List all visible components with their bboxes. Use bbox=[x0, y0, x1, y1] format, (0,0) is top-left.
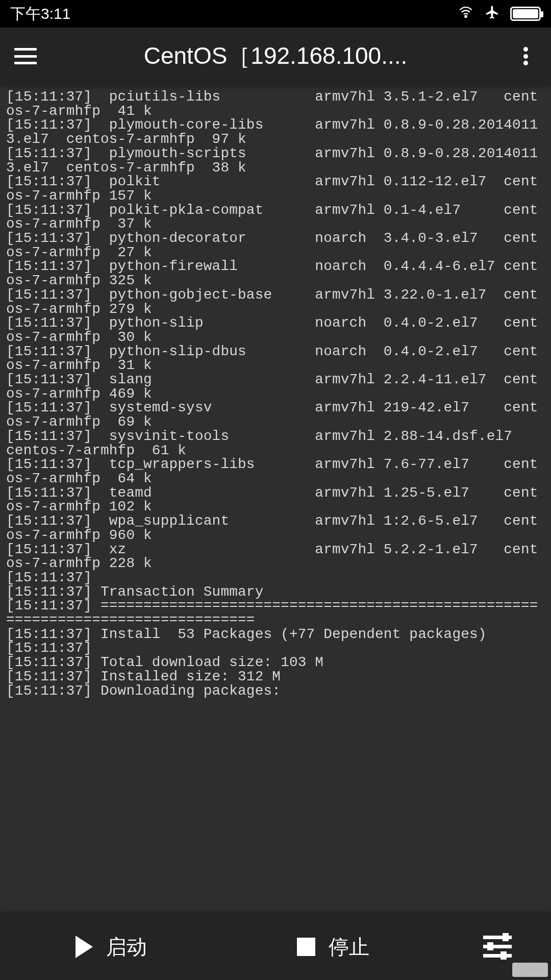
terminal-line: [15:11:37] python-slip noarch 0.4.0-2.el… bbox=[6, 316, 545, 344]
terminal-line: [15:11:37] Total download size: 103 M bbox=[6, 655, 545, 670]
terminal-line: [15:11:37] teamd armv7hl 1.25-5.el7 cent… bbox=[6, 486, 545, 514]
sliders-icon bbox=[483, 934, 512, 960]
terminal-line: [15:11:37] sysvinit-tools armv7hl 2.88-1… bbox=[6, 429, 545, 457]
svg-point-0 bbox=[465, 15, 467, 17]
battery-icon bbox=[510, 7, 541, 21]
stop-button[interactable]: 停止 bbox=[222, 914, 444, 980]
play-icon bbox=[76, 936, 93, 958]
clock: 下午3:11 bbox=[10, 4, 70, 24]
terminal-line: [15:11:37] =============================… bbox=[6, 599, 545, 627]
menu-icon[interactable] bbox=[14, 45, 37, 67]
stop-label: 停止 bbox=[329, 933, 369, 961]
terminal-line: [15:11:37] plymouth-core-libs armv7hl 0.… bbox=[6, 118, 545, 146]
terminal-line: [15:11:37] bbox=[6, 641, 545, 655]
terminal-line: [15:11:37] Installed size: 312 M bbox=[6, 670, 545, 684]
bottom-bar: 启动 停止 bbox=[0, 914, 551, 980]
terminal-line: [15:11:37] python-firewall noarch 0.4.4.… bbox=[6, 259, 545, 287]
terminal-output[interactable]: [15:11:37] pciutils-libs armv7hl 3.5.1-2… bbox=[0, 85, 551, 698]
status-bar: 下午3:11 bbox=[0, 0, 551, 28]
terminal-line: [15:11:37] systemd-sysv armv7hl 219-42.e… bbox=[6, 401, 545, 429]
terminal-line: [15:11:37] plymouth-scripts armv7hl 0.8.… bbox=[6, 146, 545, 175]
terminal-line: [15:11:37] python-gobject-base armv7hl 3… bbox=[6, 288, 545, 316]
terminal-line: [15:11:37] slang armv7hl 2.2.4-11.el7 ce… bbox=[6, 373, 545, 401]
terminal-line: [15:11:37] wpa_supplicant armv7hl 1:2.6-… bbox=[6, 514, 545, 542]
wifi-icon bbox=[457, 5, 474, 23]
start-button[interactable]: 启动 bbox=[0, 914, 222, 980]
app-bar: CentOS［192.168.100.... bbox=[0, 28, 551, 85]
page-title: CentOS［192.168.100.... bbox=[37, 40, 514, 72]
terminal-line: [15:11:37] Downloading packages: bbox=[6, 684, 545, 698]
terminal-line: [15:11:37] polkit-pkla-compat armv7hl 0.… bbox=[6, 203, 545, 231]
terminal-line: [15:11:37] tcp_wrappers-libs armv7hl 7.6… bbox=[6, 457, 545, 485]
stop-icon bbox=[297, 938, 315, 956]
terminal-line: [15:11:37] polkit armv7hl 0.112-12.el7 c… bbox=[6, 175, 545, 203]
terminal-line: [15:11:37] bbox=[6, 571, 545, 585]
status-icons bbox=[457, 5, 541, 23]
start-label: 启动 bbox=[106, 933, 147, 961]
terminal-line: [15:11:37] Install 53 Packages (+77 Depe… bbox=[6, 627, 545, 642]
watermark: 亿速云 bbox=[512, 963, 548, 977]
terminal-line: [15:11:37] python-slip-dbus noarch 0.4.0… bbox=[6, 345, 545, 373]
terminal-line: [15:11:37] Transaction Summary bbox=[6, 585, 545, 599]
terminal-line: [15:11:37] pciutils-libs armv7hl 3.5.1-2… bbox=[6, 90, 545, 118]
terminal-line: [15:11:37] python-decorator noarch 3.4.0… bbox=[6, 231, 545, 259]
terminal-line: [15:11:37] xz armv7hl 5.2.2-1.el7 centos… bbox=[6, 543, 545, 571]
airplane-icon bbox=[484, 5, 501, 23]
more-icon[interactable] bbox=[514, 45, 537, 67]
